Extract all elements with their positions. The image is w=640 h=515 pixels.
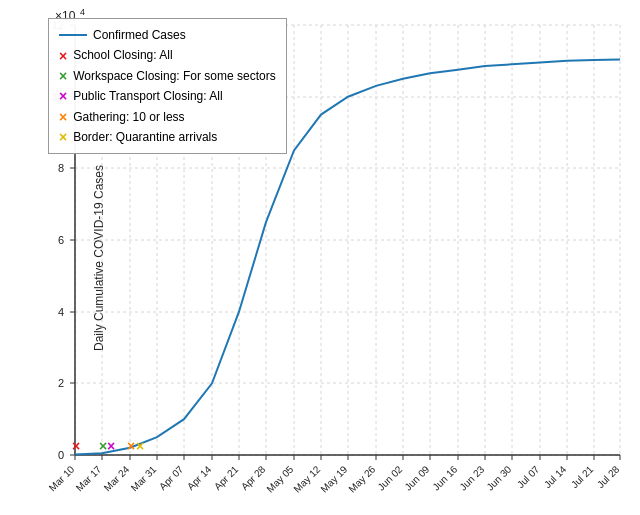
legend-line-icon — [59, 34, 87, 36]
svg-text:4: 4 — [58, 306, 64, 318]
legend-transport-icon: × — [59, 89, 67, 103]
marker-school-closing: × — [72, 438, 80, 454]
svg-text:2: 2 — [58, 377, 64, 389]
legend-item-workspace: × Workspace Closing: For some sectors — [59, 66, 276, 86]
marker-border: × — [136, 438, 144, 454]
legend-item-school: × School Closing: All — [59, 45, 276, 65]
x-tick-15: Jun 23 — [457, 463, 486, 492]
x-tick-7: Apr 28 — [239, 463, 268, 492]
x-tick-19: Jul 21 — [569, 463, 596, 490]
legend-item-confirmed: Confirmed Cases — [59, 25, 276, 45]
x-tick-11: May 26 — [346, 463, 377, 494]
svg-text:4: 4 — [80, 7, 85, 17]
marker-workspace-closing: × — [99, 438, 107, 454]
legend-gathering-icon: × — [59, 110, 67, 124]
x-tick-14: Jun 16 — [430, 463, 459, 492]
legend-confirmed-label: Confirmed Cases — [93, 25, 186, 45]
legend-item-gathering: × Gathering: 10 or less — [59, 107, 276, 127]
legend-transport-label: Public Transport Closing: All — [73, 86, 222, 106]
marker-transport-closing: × — [107, 438, 115, 454]
x-tick-9: May 12 — [291, 463, 322, 494]
legend-gathering-label: Gathering: 10 or less — [73, 107, 184, 127]
x-tick-18: Jul 14 — [542, 463, 569, 490]
svg-text:8: 8 — [58, 162, 64, 174]
x-tick-16: Jun 30 — [484, 463, 513, 492]
marker-gathering: × — [127, 438, 135, 454]
x-tick-20: Jul 28 — [595, 463, 622, 490]
x-tick-17: Jul 07 — [515, 463, 542, 490]
x-tick-0: Mar 10 — [47, 463, 77, 493]
x-tick-2: Mar 24 — [102, 463, 132, 493]
x-tick-3: Mar 31 — [129, 463, 159, 493]
x-tick-6: Apr 21 — [212, 463, 241, 492]
chart-container: Daily Cumulative COVID-19 Cases — [0, 0, 640, 515]
x-tick-12: Jun 02 — [375, 463, 404, 492]
legend-workspace-icon: × — [59, 69, 67, 83]
svg-text:6: 6 — [58, 234, 64, 246]
legend-item-border: × Border: Quarantine arrivals — [59, 127, 276, 147]
legend-school-icon: × — [59, 49, 67, 63]
legend-school-label: School Closing: All — [73, 45, 172, 65]
x-tick-1: Mar 17 — [74, 463, 104, 493]
legend-border-icon: × — [59, 130, 67, 144]
x-tick-5: Apr 14 — [185, 463, 214, 492]
legend-item-transport: × Public Transport Closing: All — [59, 86, 276, 106]
chart-legend: Confirmed Cases × School Closing: All × … — [48, 18, 287, 154]
legend-workspace-label: Workspace Closing: For some sectors — [73, 66, 276, 86]
svg-text:0: 0 — [58, 449, 64, 461]
x-tick-13: Jun 09 — [402, 463, 431, 492]
x-tick-8: May 05 — [264, 463, 295, 494]
x-tick-10: May 19 — [318, 463, 349, 494]
x-tick-4: Apr 07 — [157, 463, 186, 492]
legend-border-label: Border: Quarantine arrivals — [73, 127, 217, 147]
